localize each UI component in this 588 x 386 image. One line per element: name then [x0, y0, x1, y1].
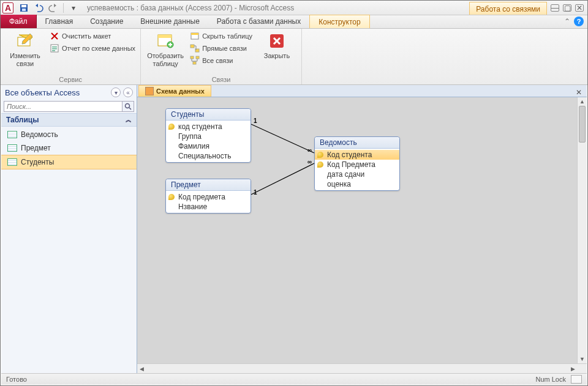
all-relations-icon	[190, 56, 200, 65]
doc-tab-relationships[interactable]: Схема данных	[138, 85, 211, 97]
nav-item-label: Студенты	[21, 158, 54, 166]
vertical-scrollbar[interactable]: ▲ ▼	[577, 97, 587, 363]
status-numlock: Num Lock	[535, 376, 566, 383]
window-title: успеваемость : база данных (Access 2007)…	[82, 1, 469, 15]
table-field[interactable]: оценка	[315, 179, 399, 189]
nav-list: Ведомость Предмет Студенты	[1, 127, 137, 171]
table-field[interactable]: Код предмета	[166, 192, 251, 202]
minimize-button[interactable]: —	[551, 4, 559, 12]
relation-line-subject-sheet[interactable]	[251, 163, 314, 197]
document-area: Схема данных ✕ Студенты код студента Гру…	[137, 85, 587, 373]
nav-item-studenty[interactable]: Студенты	[1, 155, 137, 169]
status-ready: Готово	[6, 376, 27, 383]
quick-access-toolbar: ▾	[15, 1, 82, 15]
nav-item-label: Ведомость	[21, 130, 58, 139]
table-field[interactable]: Специальность	[166, 151, 251, 161]
group-service-label: Сервис	[6, 75, 135, 83]
ribbon-group-relations: Отобразить таблицу Скрыть таблицу Прямые…	[141, 29, 302, 84]
nav-header[interactable]: Все объекты Access ▾ «	[1, 85, 137, 100]
table-icon	[7, 131, 17, 138]
tab-external-data[interactable]: Внешние данные	[132, 15, 208, 28]
relationships-icon	[145, 87, 154, 95]
table-field[interactable]: Код Предмета	[315, 160, 399, 169]
clear-layout-button[interactable]: Очистить макет	[50, 31, 135, 41]
undo-button[interactable]	[32, 2, 45, 14]
scroll-up-button[interactable]: ▲	[578, 97, 587, 106]
table-field[interactable]: Фамилия	[166, 141, 251, 151]
nav-item-predmet[interactable]: Предмет	[1, 141, 137, 155]
nav-category-tables[interactable]: Таблицы ︽	[1, 113, 137, 127]
table-field[interactable]: Код студента	[315, 150, 399, 160]
all-relations-label: Все связи	[202, 57, 233, 64]
window-controls: — ▢ ✕	[547, 1, 587, 15]
svg-rect-13	[190, 45, 194, 48]
edit-relationships-label: Изменить связи	[6, 52, 45, 68]
scroll-right-button[interactable]: ▶	[568, 364, 577, 373]
nav-item-vedomost[interactable]: Ведомость	[1, 128, 137, 141]
table-box-subject[interactable]: Предмет Код предмета Нзвание	[165, 179, 251, 213]
maximize-button[interactable]: ▢	[563, 4, 571, 12]
svg-rect-1	[21, 5, 26, 7]
scroll-down-button[interactable]: ▼	[578, 355, 587, 363]
doc-close-button[interactable]: ✕	[571, 88, 587, 97]
relationships-canvas[interactable]: Студенты код студента Группа Фамилия Спе…	[137, 97, 587, 373]
direct-relations-button[interactable]: Прямые связи	[190, 43, 252, 53]
hide-table-button[interactable]: Скрыть таблицу	[190, 31, 252, 41]
ribbon-group-service: Изменить связи Очистить макет Отчет по с…	[1, 29, 141, 84]
close-label: Закрыть	[264, 52, 290, 60]
nav-item-label: Предмет	[21, 144, 51, 152]
svg-rect-7	[52, 50, 55, 51]
view-shortcut-button[interactable]	[571, 375, 582, 384]
help-button[interactable]: ?	[574, 17, 584, 26]
svg-rect-2	[22, 9, 26, 11]
svg-rect-9	[158, 35, 172, 38]
navigation-pane: Все объекты Access ▾ « Таблицы ︽ Ведомос…	[1, 85, 137, 373]
table-icon	[7, 144, 17, 152]
relation-cardinality-many: ∞	[307, 158, 312, 165]
hide-table-label: Скрыть таблицу	[202, 32, 252, 40]
contextual-tab-header: Работа со связями	[469, 2, 547, 15]
relation-cardinality-many: ∞	[307, 147, 312, 154]
nav-filter-dropdown[interactable]: ▾	[111, 87, 121, 97]
table-box-title: Студенты	[166, 109, 251, 121]
system-menu[interactable]: A	[1, 1, 15, 15]
tab-create[interactable]: Создание	[81, 15, 132, 28]
table-box-title: Предмет	[166, 179, 251, 191]
table-field[interactable]: дата сдачи	[315, 169, 399, 179]
table-field[interactable]: код студента	[166, 122, 251, 132]
edit-relationships-button[interactable]: Изменить связи	[6, 31, 45, 68]
hide-table-icon	[190, 31, 200, 41]
tab-home[interactable]: Главная	[37, 15, 82, 28]
tab-database-tools[interactable]: Работа с базами данных	[208, 15, 309, 28]
clear-layout-icon	[50, 31, 59, 41]
ribbon-collapse-button[interactable]: ⌃	[564, 17, 570, 26]
table-box-students[interactable]: Студенты код студента Группа Фамилия Спе…	[165, 108, 251, 163]
table-box-sheet[interactable]: Ведомость Код студента Код Предмета дата…	[314, 136, 400, 191]
nav-collapse-button[interactable]: «	[123, 87, 133, 97]
table-field[interactable]: Нзвание	[166, 202, 251, 212]
show-table-button[interactable]: Отобразить таблицу	[146, 31, 185, 68]
table-field[interactable]: Группа	[166, 132, 251, 141]
svg-rect-17	[193, 62, 196, 64]
search-button[interactable]	[122, 101, 134, 112]
relationship-report-button[interactable]: Отчет по схеме данных	[50, 43, 135, 53]
table-box-title: Ведомость	[315, 137, 399, 149]
horizontal-scrollbar[interactable]: ◀ ▶	[137, 363, 587, 373]
tab-design[interactable]: Конструктор	[309, 15, 369, 28]
redo-button[interactable]	[47, 2, 59, 14]
nav-search	[4, 101, 134, 112]
close-window-button[interactable]: ✕	[575, 4, 584, 12]
save-button[interactable]	[18, 2, 30, 14]
tab-file[interactable]: Файл	[1, 15, 37, 28]
scroll-left-button[interactable]: ◀	[137, 364, 146, 373]
svg-rect-6	[52, 48, 57, 50]
all-relations-button[interactable]: Все связи	[190, 56, 252, 65]
search-input[interactable]	[4, 101, 122, 112]
relation-line-students-sheet[interactable]	[251, 122, 314, 155]
ribbon: Изменить связи Очистить макет Отчет по с…	[1, 29, 587, 85]
close-button[interactable]: Закрыть	[257, 31, 296, 60]
scroll-thumb[interactable]	[579, 106, 586, 143]
qat-customize-button[interactable]: ▾	[67, 2, 80, 14]
ribbon-tabs: Файл Главная Создание Внешние данные Раб…	[1, 15, 587, 29]
group-relations-label: Связи	[146, 75, 296, 83]
